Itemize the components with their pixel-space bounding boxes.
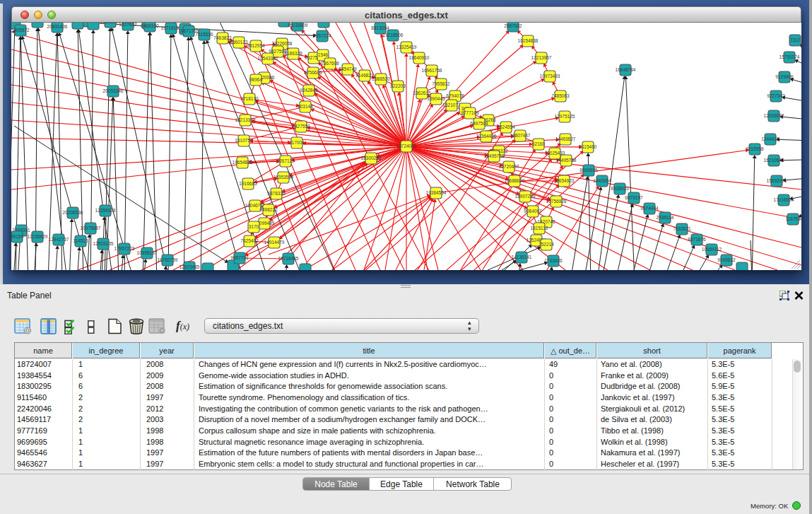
svg-text:8454749: 8454749 xyxy=(339,66,357,71)
svg-text:9657791: 9657791 xyxy=(230,255,249,260)
svg-text:14914479: 14914479 xyxy=(264,240,285,245)
svg-text:10975887: 10975887 xyxy=(81,226,101,230)
svg-text:14495758: 14495758 xyxy=(556,158,577,163)
svg-text:822203: 822203 xyxy=(390,83,406,88)
svg-text:14463627: 14463627 xyxy=(555,136,576,141)
svg-text:8699695: 8699695 xyxy=(579,168,598,173)
svg-text:18495758: 18495758 xyxy=(484,153,505,158)
svg-text:117004: 117004 xyxy=(289,140,305,145)
svg-text:8267110: 8267110 xyxy=(277,158,295,163)
svg-text:16782759: 16782759 xyxy=(158,257,178,262)
svg-text:9674444: 9674444 xyxy=(640,206,659,211)
svg-text:18724007: 18724007 xyxy=(396,144,417,148)
svg-text:9227342: 9227342 xyxy=(767,93,785,98)
svg-text:3170: 3170 xyxy=(249,224,259,229)
svg-text:16648784: 16648784 xyxy=(616,67,636,72)
svg-text:15720407: 15720407 xyxy=(499,164,519,169)
svg-text:10756928: 10756928 xyxy=(546,199,567,204)
svg-text:8427552: 8427552 xyxy=(292,124,310,129)
svg-text:9245612: 9245612 xyxy=(717,257,736,262)
svg-text:2935114: 2935114 xyxy=(657,215,674,220)
svg-text:1621072: 1621072 xyxy=(442,103,461,107)
svg-text:18300295: 18300295 xyxy=(361,156,382,160)
svg-text:114513: 114513 xyxy=(73,238,88,243)
svg-text:17957223: 17957223 xyxy=(114,246,135,251)
svg-text:18907299: 18907299 xyxy=(515,194,536,199)
svg-text:13325419: 13325419 xyxy=(396,45,417,49)
svg-text:1405572: 1405572 xyxy=(11,28,30,33)
svg-text:20891406: 20891406 xyxy=(47,24,68,29)
svg-text:20053346: 20053346 xyxy=(103,88,124,93)
svg-text:9084067: 9084067 xyxy=(524,209,542,214)
svg-text:19654835: 19654835 xyxy=(233,160,253,165)
svg-text:10807487: 10807487 xyxy=(510,133,531,138)
svg-text:10973493: 10973493 xyxy=(540,74,560,78)
svg-text:10958137: 10958137 xyxy=(137,250,158,255)
svg-text:16033809: 16033809 xyxy=(288,23,308,28)
svg-text:11353594: 11353594 xyxy=(273,175,294,180)
svg-text:1527602: 1527602 xyxy=(119,23,137,27)
svg-text:1440954: 1440954 xyxy=(593,178,611,183)
svg-text:20206536: 20206536 xyxy=(63,210,83,215)
svg-text:1362615: 1362615 xyxy=(413,90,431,95)
svg-text:8186328: 8186328 xyxy=(284,51,302,56)
svg-text:8471676: 8471676 xyxy=(688,237,706,242)
svg-text:7955812: 7955812 xyxy=(432,81,450,86)
svg-text:1244415: 1244415 xyxy=(761,136,779,141)
svg-text:6497508: 6497508 xyxy=(470,121,488,126)
svg-text:1916685: 1916685 xyxy=(239,181,257,186)
svg-text:10653267: 10653267 xyxy=(100,23,121,24)
svg-text:39159: 39159 xyxy=(11,234,23,239)
svg-text:1546: 1546 xyxy=(318,52,329,57)
svg-text:7357224: 7357224 xyxy=(313,33,331,38)
svg-text:2367608: 2367608 xyxy=(321,61,339,66)
svg-text:3912954: 3912954 xyxy=(247,43,265,48)
svg-text:14136141: 14136141 xyxy=(512,255,532,259)
svg-text:12359928: 12359928 xyxy=(95,208,116,213)
svg-text:7625402: 7625402 xyxy=(240,238,259,243)
svg-text:19218506: 19218506 xyxy=(383,33,404,37)
svg-text:21364436: 21364436 xyxy=(476,134,497,139)
svg-text:7632621: 7632621 xyxy=(673,226,691,231)
svg-text:16961758: 16961758 xyxy=(422,68,442,73)
svg-text:15716485: 15716485 xyxy=(278,256,299,261)
svg-text:23226058: 23226058 xyxy=(272,41,293,46)
svg-text:10543342: 10543342 xyxy=(258,56,278,61)
svg-text:8660123: 8660123 xyxy=(230,40,248,45)
svg-text:803144: 803144 xyxy=(298,104,313,109)
svg-text:8938923: 8938923 xyxy=(611,186,629,191)
svg-text:12213399: 12213399 xyxy=(235,117,256,122)
svg-text:10688609: 10688609 xyxy=(505,178,525,183)
svg-text:9777169: 9777169 xyxy=(461,110,479,115)
svg-text:9498222: 9498222 xyxy=(259,207,278,212)
svg-text:1112: 1112 xyxy=(790,37,800,42)
svg-text:2718170: 2718170 xyxy=(240,96,259,101)
svg-text:9146821: 9146821 xyxy=(355,73,374,78)
svg-text:116753: 116753 xyxy=(785,216,801,221)
svg-text:16154838: 16154838 xyxy=(518,38,539,43)
svg-text:3624554: 3624554 xyxy=(497,124,515,129)
svg-text:19384554: 19384554 xyxy=(426,190,447,195)
svg-text:12213957: 12213957 xyxy=(531,55,552,60)
svg-text:9115460: 9115460 xyxy=(579,144,597,149)
svg-text:1733426: 1733426 xyxy=(544,258,563,263)
svg-text:12093832: 12093832 xyxy=(764,113,784,118)
svg-text:1990443: 1990443 xyxy=(427,96,445,101)
svg-text:62160: 62160 xyxy=(532,141,545,146)
svg-text:9215958: 9215958 xyxy=(746,146,764,151)
svg-text:10654112: 10654112 xyxy=(702,247,722,252)
svg-text:8813054: 8813054 xyxy=(371,25,389,30)
svg-text:12975125: 12975125 xyxy=(555,114,575,119)
svg-text:1610755: 1610755 xyxy=(235,138,253,143)
svg-text:16210643: 16210643 xyxy=(764,158,784,163)
svg-text:17016504: 17016504 xyxy=(774,197,794,202)
svg-text:7463822: 7463822 xyxy=(213,35,232,40)
svg-text:6794078: 6794078 xyxy=(446,93,464,98)
svg-text:15751074: 15751074 xyxy=(779,54,800,59)
svg-text:1588520: 1588520 xyxy=(372,76,390,81)
svg-text:12503135: 12503135 xyxy=(93,241,114,246)
svg-text:2687682: 2687682 xyxy=(504,23,522,28)
svg-text:15692971: 15692971 xyxy=(767,178,787,183)
svg-text:8756685: 8756685 xyxy=(304,70,322,75)
svg-text:7515536: 7515536 xyxy=(195,32,213,37)
